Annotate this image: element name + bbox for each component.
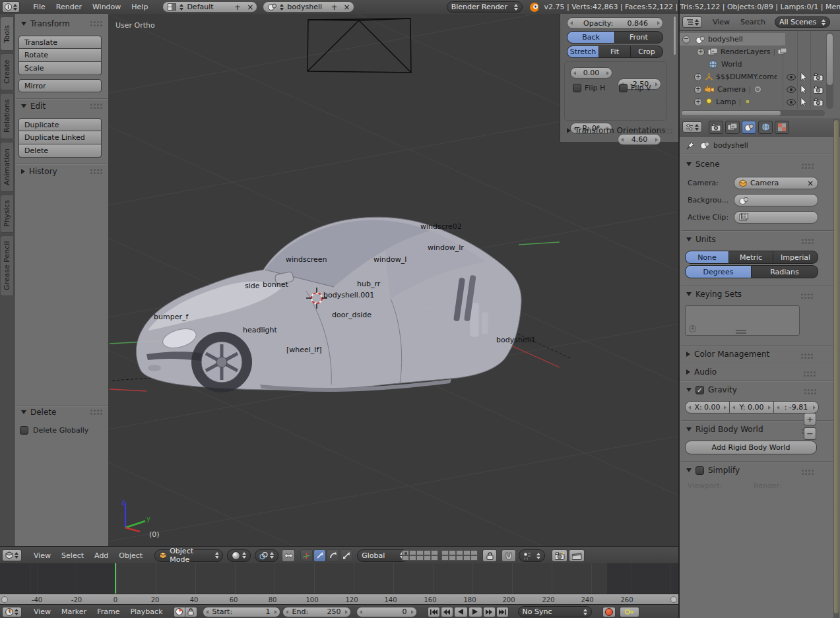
menu-playback[interactable]: Playback xyxy=(125,607,168,616)
menu-file[interactable]: File xyxy=(28,3,50,11)
delete-globally-option[interactable]: Delete Globally xyxy=(20,426,88,435)
lock-time-button[interactable] xyxy=(185,607,197,617)
viewport-3d[interactable]: User Ortho z y (0) windscreen window_l w… xyxy=(108,14,678,546)
ruler-scroll-cap-left[interactable] xyxy=(1,596,8,603)
scale-manipulator-button[interactable] xyxy=(340,549,352,562)
time-indicator-button[interactable] xyxy=(174,607,185,617)
outliner-row-renderlayers[interactable]: RenderLayers | xyxy=(680,46,840,58)
panel-drag-dots[interactable] xyxy=(90,169,92,171)
panel-drag-dots[interactable] xyxy=(90,410,92,412)
panel-header-rigid-body-world[interactable]: Rigid Body World xyxy=(686,425,840,434)
panel-header-units[interactable]: Units xyxy=(686,235,840,244)
tab-texture[interactable] xyxy=(775,121,789,134)
object-label[interactable]: headlight xyxy=(243,326,277,334)
outliner-menu-search[interactable]: Search xyxy=(735,18,771,26)
translate-button[interactable]: Translate xyxy=(18,36,102,49)
outliner-hscrollbar-track[interactable] xyxy=(681,110,825,116)
gravity-y-field[interactable]: Y: 0.00 xyxy=(730,401,774,414)
object-label[interactable]: window_l xyxy=(373,255,406,264)
degrees-toggle[interactable]: Degrees xyxy=(685,265,752,278)
object-label[interactable]: bodyshell1 xyxy=(496,336,536,344)
timeline-body[interactable] xyxy=(0,563,680,594)
n-panel-scrollbar[interactable] xyxy=(674,16,676,55)
close-scene-button[interactable]: × xyxy=(343,3,354,12)
offset-x-field[interactable]: 0.00 xyxy=(570,67,612,78)
properties-scrollbar-thumb[interactable] xyxy=(834,120,839,613)
properties-scrollbar-track[interactable] xyxy=(833,119,839,618)
object-label[interactable]: window_lr xyxy=(428,243,464,252)
pin-icon[interactable] xyxy=(686,141,695,150)
active-clip-field[interactable] xyxy=(734,211,818,224)
renderability-camera-icon[interactable] xyxy=(814,86,824,94)
current-frame-field[interactable]: 0 xyxy=(356,607,417,617)
flip-v-checkbox[interactable] xyxy=(619,84,628,92)
panel-drag-dots[interactable] xyxy=(90,104,92,106)
menu-add[interactable]: Add xyxy=(89,551,113,560)
tab-create[interactable]: Create xyxy=(1,53,14,90)
panel-header-scene[interactable]: Scene xyxy=(686,160,840,169)
stretch-toggle[interactable]: Stretch xyxy=(567,46,599,58)
units-none-toggle[interactable]: None xyxy=(685,251,729,264)
crop-toggle[interactable]: Crop xyxy=(631,46,663,58)
menu-select[interactable]: Select xyxy=(56,551,89,560)
object-label[interactable]: hub_rr xyxy=(357,280,380,288)
panel-header-audio[interactable]: Audio xyxy=(686,367,840,377)
radians-toggle[interactable]: Radians xyxy=(752,265,818,278)
outliner-vscrollbar-track[interactable] xyxy=(826,32,833,109)
prev-keyframe-button[interactable] xyxy=(441,607,453,617)
expand-toggle[interactable] xyxy=(694,73,702,81)
play-reverse-button[interactable] xyxy=(454,607,468,617)
keying-set-button[interactable] xyxy=(620,607,639,617)
renderability-camera-icon[interactable] xyxy=(814,98,824,106)
playhead[interactable] xyxy=(115,563,116,594)
next-keyframe-button[interactable] xyxy=(483,607,496,617)
object-label[interactable]: bumper_f xyxy=(154,313,188,321)
tab-grease-pencil[interactable]: Grease Pencil xyxy=(1,235,14,296)
add-scene-button[interactable]: + xyxy=(329,3,340,12)
flip-h-checkbox[interactable] xyxy=(573,84,581,92)
keying-set-remove-button[interactable]: − xyxy=(804,427,816,440)
clear-camera-button[interactable]: × xyxy=(807,179,818,188)
panel-drag-dots[interactable] xyxy=(801,294,803,295)
panel-header-keying-sets[interactable]: Keying Sets xyxy=(686,290,840,299)
camera-field[interactable]: Camera × xyxy=(734,177,818,189)
shading-selector[interactable] xyxy=(227,549,251,562)
menu-marker[interactable]: Marker xyxy=(56,607,92,616)
tab-render[interactable] xyxy=(709,121,723,134)
pivot-selector[interactable] xyxy=(255,549,278,562)
outliner-row-camera[interactable]: Camera | xyxy=(680,83,840,96)
gravity-x-field[interactable]: X: 0.00 xyxy=(685,401,730,414)
add-layout-button[interactable]: + xyxy=(232,3,243,12)
play-button[interactable] xyxy=(468,607,482,617)
selectability-pointer-icon[interactable] xyxy=(800,98,807,106)
render-opengl-button[interactable] xyxy=(552,549,567,562)
snap-toggle[interactable] xyxy=(501,549,516,562)
menu-render[interactable]: Render xyxy=(51,3,87,11)
delete-globally-checkbox[interactable] xyxy=(20,426,28,435)
menu-window[interactable]: Window xyxy=(87,3,126,11)
panel-drag-dots[interactable] xyxy=(804,371,806,373)
snap-element-selector[interactable] xyxy=(519,549,545,562)
object-label[interactable]: bonnet xyxy=(263,280,288,289)
panel-header-gravity[interactable]: Gravity xyxy=(686,385,840,394)
panel-header-color-management[interactable]: Color Management xyxy=(686,350,840,359)
object-label[interactable]: side xyxy=(245,282,260,290)
scenes-filter-selector[interactable]: All Scenes xyxy=(775,16,830,28)
list-add-icon[interactable]: + xyxy=(689,325,696,332)
translate-manipulator-button[interactable] xyxy=(313,549,326,562)
panel-drag-dots[interactable] xyxy=(90,21,92,23)
expand-toggle[interactable] xyxy=(694,86,702,94)
jump-to-end-button[interactable] xyxy=(496,607,509,617)
render-opengl-anim-button[interactable] xyxy=(569,549,585,562)
collapse-toggle[interactable] xyxy=(682,36,690,44)
panel-drag-dots[interactable] xyxy=(802,239,804,241)
size-field[interactable]: 4.60 xyxy=(618,134,661,145)
ruler-scroll-cap-right[interactable] xyxy=(670,596,677,603)
rotate-manipulator-button[interactable] xyxy=(327,549,339,562)
transform-orientation-selector[interactable]: Global xyxy=(357,549,408,562)
background-scene-field[interactable] xyxy=(734,194,818,206)
flip-h-option[interactable]: Flip H xyxy=(573,84,605,92)
units-imperial-toggle[interactable]: Imperial xyxy=(773,251,818,264)
gravity-z-field[interactable]: : -9.81 xyxy=(774,401,819,414)
tab-relations[interactable]: Relations xyxy=(1,93,14,139)
